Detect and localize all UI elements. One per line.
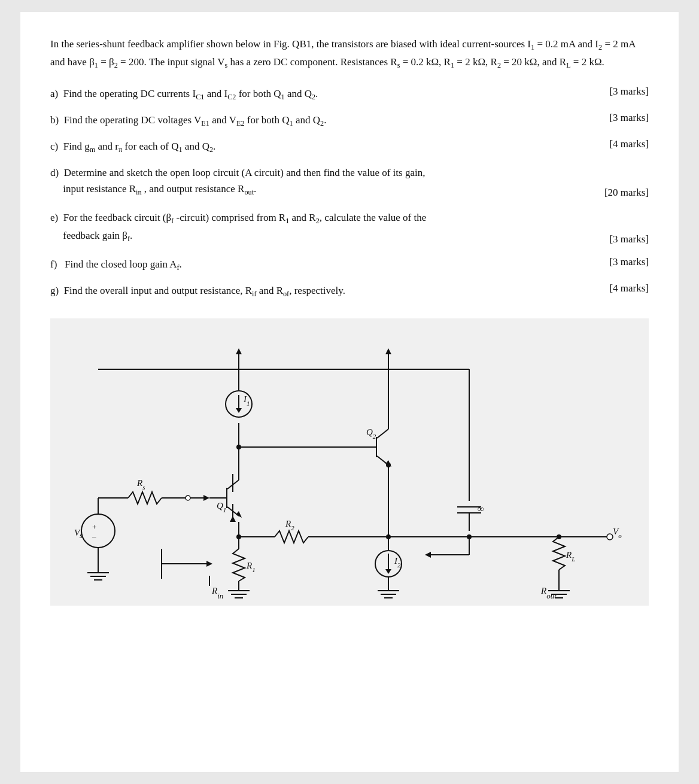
question-a-text: a) Find the operating DC currents IC1 an… xyxy=(50,86,597,104)
question-e: e) For the feedback circuit (βf -circuit… xyxy=(50,209,649,245)
question-a-marks: [3 marks] xyxy=(609,86,649,98)
question-d-marks: [20 marks] xyxy=(604,187,649,199)
question-e-text: e) For the feedback circuit (βf -circuit… xyxy=(50,209,597,245)
question-d-text: d) Determine and sketch the open loop ci… xyxy=(50,165,592,199)
q2-col-diag xyxy=(377,429,388,438)
r1-resistor xyxy=(233,549,245,581)
question-b-marks: [3 marks] xyxy=(609,112,649,124)
intro-paragraph: In the series-shunt feedback amplifier s… xyxy=(50,36,649,71)
r2-label: R2 xyxy=(285,519,294,531)
question-d: d) Determine and sketch the open loop ci… xyxy=(50,165,649,199)
q2-label: Q2 xyxy=(366,427,376,440)
rl-resistor xyxy=(553,537,565,570)
question-list: a) Find the operating DC currents IC1 an… xyxy=(50,86,649,300)
rl-label: RL xyxy=(566,550,575,563)
question-c: c) Find gm and rπ for each of Q1 and Q2.… xyxy=(50,138,649,156)
i1-arrow-head xyxy=(236,408,242,413)
question-f-marks: [3 marks] xyxy=(609,256,649,268)
rs-label: Rs xyxy=(136,478,145,491)
arrow-up-q2 xyxy=(385,348,391,354)
question-f: f) Find the closed loop gain Af. [3 mark… xyxy=(50,256,649,274)
vo-circle xyxy=(607,534,613,540)
question-b: b) Find the operating DC voltages VE1 an… xyxy=(50,112,649,130)
question-e-marks: [3 marks] xyxy=(609,233,649,245)
vo-label: Vo xyxy=(613,527,622,539)
vs-minus: – xyxy=(92,531,96,540)
q1-arrow xyxy=(236,511,242,518)
vs-source xyxy=(81,514,115,548)
question-f-text: f) Find the closed loop gain Af. xyxy=(50,256,597,274)
cap-label: ∞ xyxy=(478,504,484,513)
rin-arrow xyxy=(206,561,212,567)
r2-resistor xyxy=(275,531,308,543)
vs-plus: + xyxy=(92,522,96,531)
node-a-circle xyxy=(186,496,190,500)
r1-label: R1 xyxy=(246,561,256,573)
i2-arrow-head xyxy=(385,569,391,574)
page: In the series-shunt feedback amplifier s… xyxy=(20,12,679,772)
question-a: a) Find the operating DC currents IC1 an… xyxy=(50,86,649,104)
question-g: g) Find the overall input and output res… xyxy=(50,282,649,300)
intro-text: In the series-shunt feedback amplifier s… xyxy=(50,36,649,71)
arrow-right xyxy=(203,495,209,501)
rin-label: Rin xyxy=(211,586,223,600)
arrow-up-left xyxy=(236,348,242,354)
question-c-text: c) Find gm and rπ for each of Q1 and Q2. xyxy=(50,138,597,156)
q1-label: Q1 xyxy=(217,501,226,513)
circuit-svg: .circuit-text { font-family: "Times New … xyxy=(50,318,649,606)
fb-arrow xyxy=(425,552,431,558)
question-b-text: b) Find the operating DC voltages VE1 an… xyxy=(50,112,597,130)
question-c-marks: [4 marks] xyxy=(609,138,649,150)
question-g-marks: [4 marks] xyxy=(609,282,649,294)
question-g-text: g) Find the overall input and output res… xyxy=(50,282,597,300)
rout-label: Rout xyxy=(540,586,557,600)
rs-resistor xyxy=(128,492,162,504)
vs-sub: s xyxy=(80,531,83,540)
circuit-diagram: .circuit-text { font-family: "Times New … xyxy=(50,318,649,606)
q1-emitter-arrow xyxy=(230,516,236,522)
